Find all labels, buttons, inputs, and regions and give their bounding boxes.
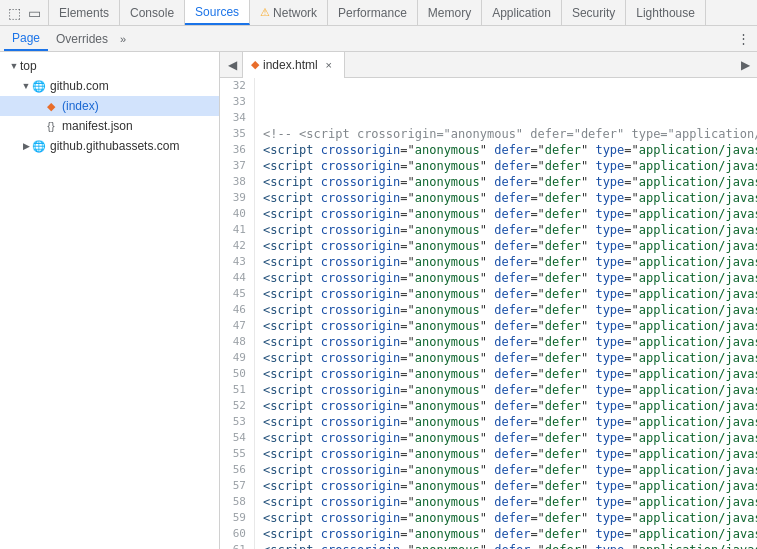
tab-sources[interactable]: Sources: [185, 0, 250, 25]
code-line: 32: [220, 78, 757, 94]
inspect-icon[interactable]: ⬚: [6, 5, 22, 21]
code-line: 56<script crossorigin="anonymous" defer=…: [220, 462, 757, 478]
tab-application[interactable]: Application: [482, 0, 562, 25]
tree-item-manifest[interactable]: {} manifest.json: [0, 116, 219, 136]
code-line: 53<script crossorigin="anonymous" defer=…: [220, 414, 757, 430]
arrow-spacer: [32, 121, 44, 131]
close-tab-button[interactable]: ×: [322, 58, 336, 72]
code-line: 42<script crossorigin="anonymous" defer=…: [220, 238, 757, 254]
code-line: 40<script crossorigin="anonymous" defer=…: [220, 206, 757, 222]
code-line: 39<script crossorigin="anonymous" defer=…: [220, 190, 757, 206]
code-line: 50<script crossorigin="anonymous" defer=…: [220, 366, 757, 382]
code-line: 36<script crossorigin="anonymous" defer=…: [220, 142, 757, 158]
main-area: ▼ top ▼ 🌐 github.com ◆ (index) {} manife…: [0, 52, 757, 549]
code-line: 47<script crossorigin="anonymous" defer=…: [220, 318, 757, 334]
arrow-icon: ▼: [20, 81, 32, 91]
device-icon[interactable]: ▭: [26, 5, 42, 21]
file-icon: ◆: [44, 99, 58, 113]
kebab-menu-icon[interactable]: ⋮: [733, 29, 753, 49]
tab-memory[interactable]: Memory: [418, 0, 482, 25]
code-line: 49<script crossorigin="anonymous" defer=…: [220, 350, 757, 366]
sources-sub-toolbar: Page Overrides » ⋮: [0, 26, 757, 52]
tab-console[interactable]: Console: [120, 0, 185, 25]
code-line: 58<script crossorigin="anonymous" defer=…: [220, 494, 757, 510]
tab-network[interactable]: ⚠ Network: [250, 0, 328, 25]
more-tabs-icon[interactable]: »: [116, 33, 130, 45]
origin-icon: 🌐: [32, 139, 46, 153]
tree-item-top[interactable]: ▼ top: [0, 56, 219, 76]
file-tree-panel: ▼ top ▼ 🌐 github.com ◆ (index) {} manife…: [0, 52, 220, 549]
main-tab-bar: Elements Console Sources ⚠ Network Perfo…: [49, 0, 757, 25]
code-line: 38<script crossorigin="anonymous" defer=…: [220, 174, 757, 190]
code-line: 59<script crossorigin="anonymous" defer=…: [220, 510, 757, 526]
code-line: 51<script crossorigin="anonymous" defer=…: [220, 382, 757, 398]
code-lines-container: 32 33 34 35 <!-- <script crossorigin="an…: [220, 78, 757, 549]
tab-performance[interactable]: Performance: [328, 0, 418, 25]
tab-nav-right[interactable]: ▶: [735, 55, 755, 75]
subtab-overrides[interactable]: Overrides: [48, 26, 116, 51]
code-line: 33: [220, 94, 757, 110]
toolbar-icons: ⬚ ▭: [0, 0, 49, 25]
tree-item-githubassets[interactable]: ▶ 🌐 github.githubassets.com: [0, 136, 219, 156]
code-line: 41<script crossorigin="anonymous" defer=…: [220, 222, 757, 238]
code-line: 55<script crossorigin="anonymous" defer=…: [220, 446, 757, 462]
devtools-toolbar: ⬚ ▭ Elements Console Sources ⚠ Network P…: [0, 0, 757, 26]
code-line: 57<script crossorigin="anonymous" defer=…: [220, 478, 757, 494]
origin-icon: 🌐: [32, 79, 46, 93]
tab-nav-left[interactable]: ◀: [222, 55, 242, 75]
code-line: 34: [220, 110, 757, 126]
arrow-icon: ▼: [8, 61, 20, 71]
code-line: 52<script crossorigin="anonymous" defer=…: [220, 398, 757, 414]
code-line-35: 35 <!-- <script crossorigin="anonymous" …: [220, 126, 757, 142]
code-line: 54<script crossorigin="anonymous" defer=…: [220, 430, 757, 446]
code-line: 61<script crossorigin="anonymous" defer=…: [220, 542, 757, 549]
tree-item-index[interactable]: ◆ (index): [0, 96, 219, 116]
subtab-page[interactable]: Page: [4, 26, 48, 51]
code-editor[interactable]: 32 33 34 35 <!-- <script crossorigin="an…: [220, 78, 757, 549]
code-line: 48<script crossorigin="anonymous" defer=…: [220, 334, 757, 350]
code-line: 46<script crossorigin="anonymous" defer=…: [220, 302, 757, 318]
file-tab-index[interactable]: ◆ index.html ×: [242, 52, 345, 78]
network-warning-icon: ⚠: [260, 6, 270, 19]
tab-lighthouse[interactable]: Lighthouse: [626, 0, 706, 25]
code-panel: ◀ ◆ index.html × ▶ 32 33 34: [220, 52, 757, 549]
arrow-spacer: [32, 101, 44, 111]
code-line: 43<script crossorigin="anonymous" defer=…: [220, 254, 757, 270]
code-line: 60<script crossorigin="anonymous" defer=…: [220, 526, 757, 542]
tree-item-github-com[interactable]: ▼ 🌐 github.com: [0, 76, 219, 96]
html-file-icon: ◆: [251, 58, 259, 71]
code-line: 44<script crossorigin="anonymous" defer=…: [220, 270, 757, 286]
tab-elements[interactable]: Elements: [49, 0, 120, 25]
code-line: 37<script crossorigin="anonymous" defer=…: [220, 158, 757, 174]
file-icon: {}: [44, 119, 58, 133]
arrow-icon: ▶: [20, 141, 32, 151]
tab-security[interactable]: Security: [562, 0, 626, 25]
code-line: 45<script crossorigin="anonymous" defer=…: [220, 286, 757, 302]
file-tabs-bar: ◀ ◆ index.html × ▶: [220, 52, 757, 78]
